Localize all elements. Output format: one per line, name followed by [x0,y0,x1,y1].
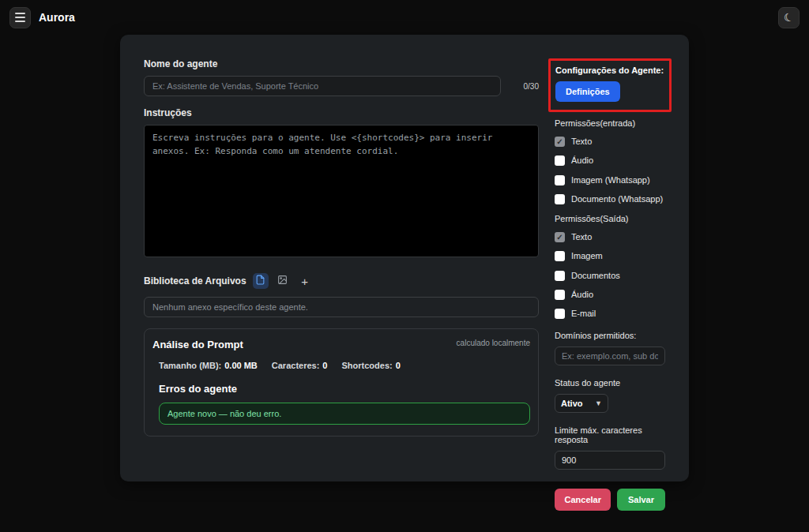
menu-button[interactable] [9,7,31,28]
checkbox[interactable] [555,175,565,185]
permissions-input-label: Permissões(entrada) [555,118,665,128]
topbar: Aurora ☾ [0,0,809,35]
permission-row-documentos-out[interactable]: Documentos [555,270,665,281]
instructions-label: Instruções [144,107,539,118]
agent-errors-title: Erros do agente [152,383,530,395]
limit-label: Limite máx. caracteres resposta [555,425,665,444]
add-attachment-button[interactable]: + [297,273,313,289]
form-left-column: Nome do agente 0/30 Instruções Bibliotec… [144,58,539,463]
moon-icon: ☾ [783,11,796,24]
permission-row-texto-out[interactable]: Texto [555,231,665,242]
checkbox-label: Imagem [571,250,603,261]
media-library-button[interactable] [275,273,291,289]
status-select[interactable]: Ativo ▼ [555,394,608,413]
file-library-label: Biblioteca de Arquivos [144,275,246,287]
annotation-highlight-box: Configurações do Agente: Definições [548,58,672,112]
shortcodes-stat: Shortcodes: 0 [341,361,400,370]
instructions-textarea[interactable] [144,125,539,257]
checkbox-label: Texto [571,231,592,242]
hamburger-icon [15,13,25,22]
checkbox[interactable] [555,290,565,300]
plus-icon: + [301,275,308,287]
checkbox[interactable] [555,155,565,166]
permission-row-audio-in[interactable]: Áudio [555,155,665,166]
limit-input[interactable] [555,451,665,470]
settings-column: Configurações do Agente: Definições Perm… [555,58,665,463]
checkbox-label: Áudio [571,289,593,300]
save-button[interactable]: Salvar [617,489,665,511]
image-icon [277,275,288,287]
checkbox[interactable] [555,137,565,147]
checkbox-label: Texto [571,136,592,147]
agent-form-card: Nome do agente 0/30 Instruções Bibliotec… [120,35,689,481]
checkbox[interactable] [555,271,565,281]
checkbox-label: Áudio [571,155,593,166]
checkbox[interactable] [555,309,565,319]
document-icon [255,275,265,287]
permission-row-documento-in[interactable]: Documento (Whatsapp) [555,193,665,204]
status-label: Status do agente [555,378,665,388]
cancel-button[interactable]: Cancelar [555,489,610,511]
analysis-note: calculado localmente [457,339,530,347]
agent-name-input[interactable] [144,76,501,96]
definitions-button[interactable]: Definições [555,81,620,102]
checkbox[interactable] [555,232,565,242]
permission-row-email-out[interactable]: E-mail [555,308,665,319]
size-stat: Tamanho (MB): 0.00 MB [159,361,258,370]
checkbox-label: Imagem (Whatsapp) [571,174,650,185]
domains-label: Domínios permitidos: [555,331,665,340]
prompt-analysis-panel: Análise do Prompt calculado localmente T… [144,328,539,436]
checkbox-label: Documento (Whatsapp) [571,193,663,204]
analysis-title: Análise do Prompt [152,339,243,350]
char-counter: 0/30 [509,82,539,91]
attachments-empty-state: Nenhum anexo específico deste agente. [144,297,539,317]
characters-stat: Caracteres: 0 [272,361,328,370]
permission-row-texto-in[interactable]: Texto [555,136,665,147]
agent-errors-message: Agente novo — não deu erro. [159,403,530,425]
domains-input[interactable] [555,347,665,365]
permission-row-audio-out[interactable]: Áudio [555,289,665,300]
permission-row-imagem-in[interactable]: Imagem (Whatsapp) [555,174,665,185]
status-select-value: Ativo [561,399,583,408]
app-title: Aurora [39,11,75,24]
agent-name-label: Nome do agente [144,58,539,69]
permissions-output-label: Permissões(Saída) [555,214,665,223]
checkbox-label: Documentos [571,270,620,281]
agent-settings-title: Configurações do Agente: [555,66,664,75]
checkbox[interactable] [555,194,565,204]
checkbox[interactable] [555,251,565,261]
chevron-down-icon: ▼ [595,399,602,407]
checkbox-label: E-mail [571,308,596,319]
file-library-button[interactable] [253,273,269,289]
permission-row-imagem-out[interactable]: Imagem [555,250,665,261]
dark-mode-toggle[interactable]: ☾ [778,7,800,28]
